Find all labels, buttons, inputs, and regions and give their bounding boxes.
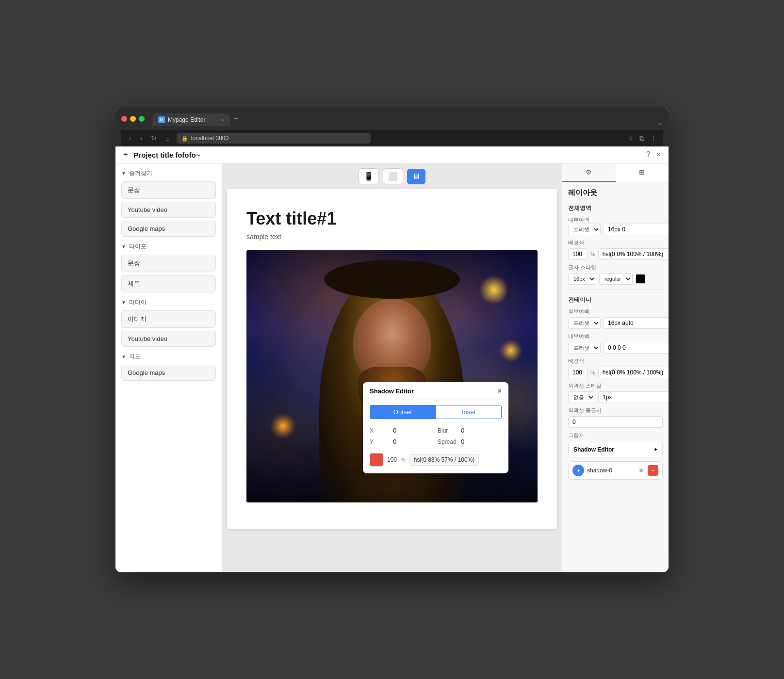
content-image: Shadow Editor × Outset Inset X 0: [246, 250, 538, 502]
canvas-content: Text title#1 sample text: [227, 189, 557, 529]
active-tab[interactable]: M Mypage Editor ×: [152, 113, 230, 126]
url-bar[interactable]: 🔒 localhost:3000: [177, 133, 371, 144]
tab-close-icon[interactable]: ×: [221, 117, 224, 123]
sidebar-item-title[interactable]: 제목: [121, 275, 216, 292]
content-title: Text title#1: [246, 209, 538, 229]
inner-padding-input[interactable]: [604, 224, 669, 235]
inner-padding2-label: 내부여백: [568, 333, 663, 340]
back-button[interactable]: ‹: [127, 133, 133, 143]
settings-tab[interactable]: ⚙: [562, 163, 616, 182]
sidebar-category-favorites: ▼ 즐겨찾기 문장 Youtube video Google maps: [121, 169, 216, 237]
bg-opacity2-input[interactable]: [568, 367, 588, 378]
main-content: ▼ 즐겨찾기 문장 Youtube video Google maps ▼ 타이…: [115, 163, 669, 572]
blur-field: Blur 0: [438, 427, 502, 434]
extension-icon[interactable]: ⧉: [639, 134, 644, 143]
font-weight-select[interactable]: regular: [599, 273, 633, 285]
popup-tabs: Outset Inset: [363, 400, 508, 424]
panel-section-title: 레이아웃: [568, 188, 663, 197]
tab-expand-icon[interactable]: ⌄: [658, 119, 663, 126]
bookmark-icon[interactable]: ☆: [627, 134, 634, 143]
border-type-select[interactable]: 없음: [568, 391, 595, 403]
bg-opacity-input[interactable]: [568, 248, 588, 260]
shadow-eye-icon[interactable]: 👁: [638, 467, 645, 474]
category-header-favorites[interactable]: ▼ 즐겨찾기: [121, 169, 216, 178]
sidebar-item-maps2[interactable]: Google maps: [121, 365, 216, 381]
blur-label: Blur: [438, 427, 457, 434]
sidebar-item-youtube2[interactable]: Youtube video: [121, 331, 216, 347]
menu-icon[interactable]: ⋮: [650, 134, 657, 143]
border-style-row: 없음: [568, 391, 663, 403]
desktop-view-button[interactable]: 🖥: [407, 169, 425, 184]
mobile-view-button[interactable]: 📱: [359, 168, 379, 184]
spread-value[interactable]: 0: [461, 438, 464, 445]
sidebar-item-image[interactable]: 이미지: [121, 310, 216, 328]
spread-label: Spread: [438, 438, 457, 445]
x-label: X: [370, 427, 389, 434]
new-tab-button[interactable]: +: [230, 112, 242, 126]
border-radius-input[interactable]: [568, 416, 663, 428]
category-label-map: 지도: [129, 353, 141, 361]
right-panel: ⚙ ⊞ 레이아웃 전체영역 내부여백 프리셋 배경색: [562, 163, 669, 572]
close-button[interactable]: [121, 116, 127, 122]
inner-padding2-preset[interactable]: 프리셋: [568, 342, 601, 354]
close-icon[interactable]: ×: [656, 150, 661, 159]
inner-padding2-input[interactable]: [604, 342, 669, 354]
project-title: Project title fofofo~: [133, 151, 200, 159]
shadow-delete-button[interactable]: −: [648, 465, 658, 476]
portrait-glow-3: [270, 413, 296, 439]
category-header-map[interactable]: ▼ 지도: [121, 353, 216, 361]
sidebar-category-typo: ▼ 타이포 문장 제목: [121, 242, 216, 292]
home-button[interactable]: ⌂: [163, 133, 171, 143]
traffic-lights: [121, 116, 145, 122]
fullscreen-button[interactable]: [139, 116, 145, 122]
sidebar-category-map: ▼ 지도 Google maps: [121, 353, 216, 381]
divider-1: [568, 290, 663, 290]
y-value[interactable]: 0: [393, 438, 396, 445]
sidebar-item-sentence1[interactable]: 문장: [121, 181, 216, 199]
refresh-button[interactable]: ↻: [149, 133, 159, 143]
top-bar-actions: ? ×: [646, 150, 661, 159]
inner-padding-label: 내부여백: [568, 216, 663, 224]
blur-value[interactable]: 0: [461, 427, 464, 434]
group-all-area: 전체영역: [568, 204, 663, 212]
help-icon[interactable]: ?: [646, 150, 651, 159]
shadow-add-button[interactable]: Shadow Editor +: [568, 442, 663, 457]
sidebar-item-sentence2[interactable]: 문장: [121, 255, 216, 272]
category-header-typo[interactable]: ▼ 타이포: [121, 242, 216, 251]
tab-title: Mypage Editor: [168, 116, 205, 123]
shadow-item-name[interactable]: shadow-0: [587, 467, 636, 474]
portrait-glow-2: [499, 339, 523, 363]
border-width-input[interactable]: [598, 391, 669, 403]
color-percent-sign: %: [401, 457, 406, 463]
minimize-button[interactable]: [130, 116, 136, 122]
browser-tabs: M Mypage Editor × + ⌄: [152, 112, 663, 126]
sidebar-item-youtube1[interactable]: Youtube video: [121, 202, 216, 218]
layout-tab[interactable]: ⊞: [616, 163, 669, 182]
forward-button[interactable]: ›: [138, 133, 145, 143]
bg-color-row: %: [568, 248, 663, 260]
bg-percent-sign: %: [590, 251, 595, 257]
bg-color2-value-input[interactable]: [598, 367, 669, 378]
sidebar-category-media: ▼ 미디어 이미지 Youtube video: [121, 298, 216, 347]
popup-fields: X 0 Blur 0 Y 0: [363, 424, 508, 450]
browser-actions: ☆ ⧉ ⋮: [627, 134, 657, 143]
x-value[interactable]: 0: [393, 427, 396, 434]
bg-color-value-input[interactable]: [598, 248, 669, 260]
inset-tab[interactable]: Inset: [436, 405, 502, 419]
sidebar-item-maps1[interactable]: Google maps: [121, 221, 216, 237]
outer-padding-preset[interactable]: 프리셋: [568, 317, 601, 329]
shadow-item-0: ✦ shadow-0 👁 −: [568, 461, 663, 480]
border-style-label: 외곽선 스타일: [568, 382, 663, 389]
color-swatch[interactable]: [370, 453, 383, 467]
font-color-box[interactable]: [636, 274, 645, 284]
outset-tab[interactable]: Outset: [370, 405, 436, 419]
hamburger-menu-icon[interactable]: ≡: [123, 150, 128, 159]
outer-padding-input[interactable]: [604, 317, 669, 329]
x-field: X 0: [370, 427, 434, 434]
category-header-media[interactable]: ▼ 미디어: [121, 298, 216, 307]
popup-close-button[interactable]: ×: [498, 387, 502, 395]
top-bar: ≡ Project title fofofo~ ? ×: [115, 146, 669, 163]
font-size-select[interactable]: 16px: [568, 273, 596, 285]
tablet-view-button[interactable]: ⬜: [383, 168, 403, 184]
inner-padding-preset[interactable]: 프리셋: [568, 224, 601, 235]
